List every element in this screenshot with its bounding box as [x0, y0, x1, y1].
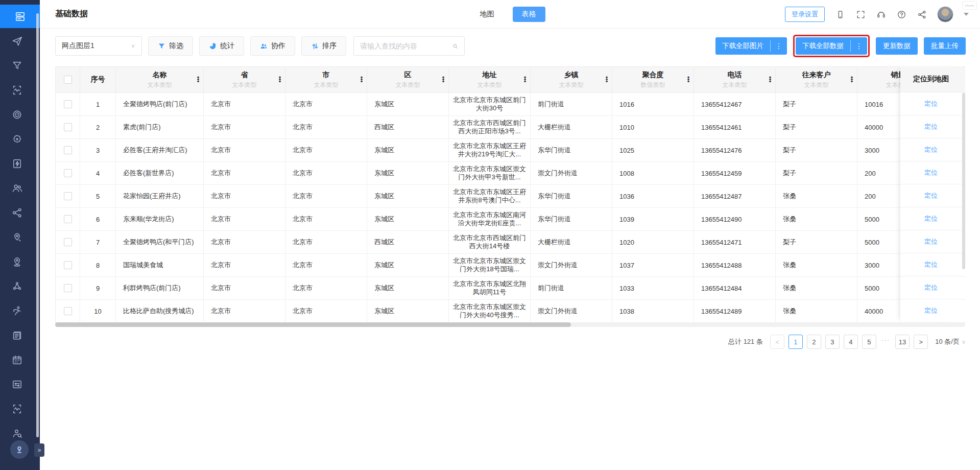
locate-link[interactable]: 定位 — [924, 99, 938, 108]
column-menu-icon[interactable]: ••• — [440, 77, 446, 83]
sidebar-item-runner-flag[interactable] — [0, 299, 34, 322]
sidebar-item-paper-plane[interactable] — [0, 29, 34, 53]
download-images-more-icon[interactable]: ⋮ — [771, 37, 787, 55]
batch-upload-button[interactable]: 批量上传 — [924, 37, 966, 55]
locate-link[interactable]: 定位 — [924, 122, 938, 131]
sidebar-item-layers-list[interactable] — [0, 5, 40, 28]
cell: 北京市北京市东城区崇文门外大街甲3号新世... — [449, 162, 531, 184]
sort-button[interactable]: 排序 — [301, 36, 346, 56]
user-avatar[interactable] — [937, 6, 953, 22]
column-menu-icon[interactable]: ••• — [522, 77, 528, 83]
view-table-button[interactable]: 表格 — [513, 7, 545, 22]
locate-link[interactable]: 定位 — [924, 283, 938, 292]
sidebar-item-users[interactable] — [0, 176, 34, 200]
column-menu-icon[interactable]: ••• — [849, 77, 855, 83]
sidebar-expand-button[interactable]: » — [34, 443, 44, 457]
headset-icon[interactable] — [876, 9, 886, 19]
cell: 梨子 — [776, 139, 857, 161]
pagination-page-3[interactable]: 3 — [825, 335, 840, 349]
horizontal-scrollbar-thumb[interactable] — [55, 322, 571, 327]
mobile-phone-icon[interactable] — [835, 9, 845, 19]
row-checkbox[interactable] — [64, 307, 72, 315]
locate-link[interactable]: 定位 — [924, 237, 938, 246]
sidebar-item-calendar[interactable] — [0, 348, 34, 371]
row-select-cell — [56, 277, 80, 299]
layer-select-dropdown[interactable]: 网点图层1 ∨ — [55, 36, 142, 56]
cell: 北京市 — [204, 185, 285, 207]
row-checkbox[interactable] — [64, 169, 72, 177]
download-images-button[interactable]: 下载全部图片 — [715, 37, 770, 55]
sidebar-item-filter-funnel[interactable] — [0, 54, 34, 77]
map-pin-person-icon[interactable] — [10, 440, 29, 459]
filter-button[interactable]: 筛选 — [148, 36, 193, 56]
search-input[interactable] — [360, 42, 452, 50]
pagination-page-1[interactable]: 1 — [788, 335, 803, 349]
pagination-page-2[interactable]: 2 — [807, 335, 821, 349]
vertical-scrollbar[interactable] — [962, 93, 965, 269]
column-menu-icon[interactable]: ••• — [685, 77, 691, 83]
sidebar-item-triangle-nodes[interactable] — [0, 274, 34, 298]
sidebar-item-device-flash[interactable] — [0, 152, 34, 175]
locate-link[interactable]: 定位 — [924, 214, 938, 223]
locate-link[interactable]: 定位 — [924, 260, 938, 269]
column-menu-icon[interactable]: ••• — [358, 77, 365, 83]
select-all-checkbox[interactable] — [64, 76, 72, 84]
share-icon[interactable] — [917, 9, 927, 19]
locate-link[interactable]: 定位 — [924, 145, 938, 154]
locate-link[interactable]: 定位 — [924, 306, 938, 315]
locate-link[interactable]: 定位 — [924, 168, 938, 177]
search-icon[interactable] — [452, 42, 458, 51]
sidebar-item-share-nodes[interactable] — [0, 201, 34, 224]
cell: 北京市 — [285, 254, 367, 276]
page-size-value: 10 条/页 — [935, 337, 960, 346]
cell: 东城区 — [367, 162, 449, 184]
row-checkbox[interactable] — [64, 238, 72, 246]
cell: 北京市 — [204, 300, 285, 322]
sidebar-item-gear[interactable] — [0, 127, 34, 151]
row-checkbox[interactable] — [64, 123, 72, 131]
help-circle-icon[interactable] — [896, 9, 906, 19]
pagination-page-4[interactable]: 4 — [844, 335, 858, 349]
download-data-more-icon[interactable]: ⋮ — [851, 37, 867, 55]
update-data-button[interactable]: 更新数据 — [876, 37, 918, 55]
row-checkbox[interactable] — [64, 284, 72, 292]
pagination-page-5[interactable]: 5 — [862, 335, 876, 349]
row-checkbox[interactable] — [64, 192, 72, 200]
column-menu-icon[interactable]: ••• — [277, 77, 283, 83]
login-settings-button[interactable]: 登录设置 — [785, 7, 825, 22]
row-checkbox[interactable] — [64, 261, 72, 269]
row-checkbox[interactable] — [64, 100, 72, 108]
pagination-prev-button[interactable]: < — [770, 335, 784, 349]
sidebar-item-target-circles[interactable] — [0, 103, 34, 126]
pagination-page-13[interactable]: 13 — [895, 335, 910, 349]
sidebar-item-document-list[interactable] — [0, 323, 34, 347]
sidebar-item-sliders-panel[interactable] — [0, 372, 34, 396]
cell: 5 — [80, 185, 116, 207]
column-menu-icon[interactable]: ••• — [604, 77, 610, 83]
row-checkbox[interactable] — [64, 146, 72, 154]
filter-funnel-icon — [11, 60, 23, 72]
chevron-down-icon[interactable] — [964, 13, 969, 16]
cell: 国瑞城美食城 — [116, 254, 204, 276]
cell: 张桑 — [776, 277, 857, 299]
fullscreen-icon[interactable] — [855, 9, 866, 19]
pagination-next-button[interactable]: > — [914, 335, 928, 349]
sidebar-scrollbar[interactable] — [36, 13, 39, 437]
collapse-up-icon[interactable]: ︿︿ — [962, 1, 977, 10]
sidebar-item-location-pin[interactable] — [0, 250, 34, 273]
download-data-button[interactable]: 下载全部数据 — [796, 37, 850, 55]
sidebar-item-map-pin-circle[interactable] — [0, 225, 34, 249]
row-checkbox[interactable] — [64, 215, 72, 223]
download-images-split-button: 下载全部图片 ⋮ — [715, 37, 787, 55]
stats-button[interactable]: 统计 — [199, 36, 244, 56]
column-menu-icon[interactable]: ••• — [767, 77, 773, 83]
cell: 北京市 — [204, 162, 285, 184]
sidebar-item-pulse-brackets[interactable] — [0, 78, 34, 102]
sidebar-item-pulse-frame[interactable] — [0, 397, 34, 420]
collab-button[interactable]: 协作 — [250, 36, 295, 56]
view-map-button[interactable]: 地图 — [475, 7, 499, 21]
page-size-select[interactable]: 10 条/页 ∨ — [935, 337, 966, 346]
locate-link[interactable]: 定位 — [924, 191, 938, 200]
column-menu-icon[interactable]: ••• — [195, 77, 201, 83]
cell: 北京市北京市西城区前门西大街14号楼 — [449, 231, 531, 253]
